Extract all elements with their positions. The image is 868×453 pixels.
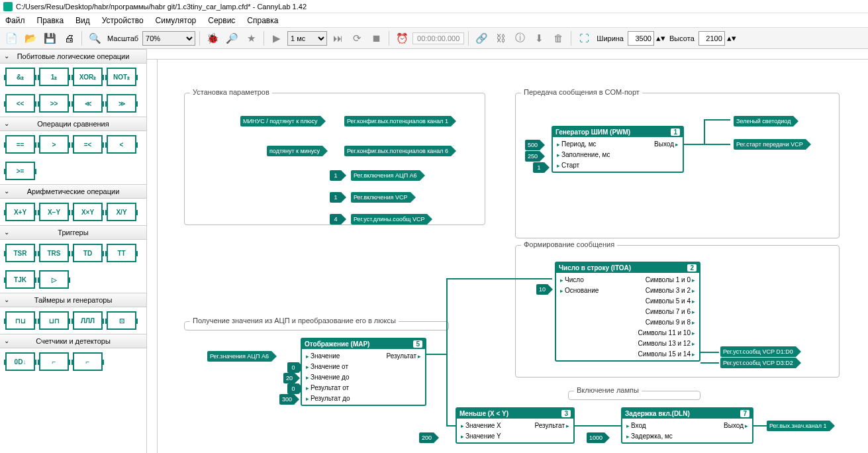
block->>[interactable]: >> xyxy=(39,94,69,113)
print-button[interactable]: 🖨 xyxy=(60,30,77,47)
menu-edit[interactable]: Правка xyxy=(37,16,64,25)
port-in[interactable]: Значение xyxy=(305,352,340,360)
block-0D↓[interactable]: 0D↓ xyxy=(5,352,35,371)
unlink-button[interactable]: ⛓ xyxy=(492,30,509,47)
input-tag[interactable]: Рег.значения АЦП А6 xyxy=(207,351,271,362)
value-tag[interactable]: 1 xyxy=(533,162,545,173)
block-X/Y[interactable]: X/Y xyxy=(107,203,136,221)
value-tag[interactable]: 0 xyxy=(287,383,299,394)
menu-service[interactable]: Сервис xyxy=(208,16,235,25)
port-in[interactable]: Результат до xyxy=(305,395,350,402)
menu-help[interactable]: Справка xyxy=(247,16,278,25)
output-tag[interactable]: Рег.вых.знач.канал 1 xyxy=(767,421,830,431)
port-in[interactable]: Вход xyxy=(625,422,646,429)
block-X×Y[interactable]: X×Y xyxy=(73,203,103,221)
port-in[interactable]: Результат от xyxy=(305,384,349,391)
download-button[interactable]: ⬇ xyxy=(530,30,548,47)
sidebar-group-header[interactable]: ⌄Побитовые логические операции xyxy=(0,49,146,64)
block-<[interactable]: < xyxy=(107,135,136,154)
sim-step-select[interactable]: 1 мс xyxy=(287,31,327,46)
reload-button[interactable]: ⟳ xyxy=(348,30,365,47)
value-tag[interactable]: 200 xyxy=(419,432,434,443)
height-spinner[interactable]: ▴▾ xyxy=(727,30,736,47)
save-button[interactable]: 💾 xyxy=(41,30,58,47)
output-tag[interactable]: Рег.уст.длины.сообщ VCP xyxy=(351,214,427,225)
height-input[interactable] xyxy=(699,31,725,46)
block-==[interactable]: == xyxy=(5,135,35,154)
block-▷[interactable]: ▷ xyxy=(39,270,69,289)
menu-file[interactable]: Файл xyxy=(5,16,25,25)
open-file-button[interactable]: 📂 xyxy=(22,30,39,47)
clock-button[interactable]: ⏰ xyxy=(393,30,410,47)
canvas[interactable]: Установка параметровПередача сообщения в… xyxy=(158,60,868,453)
block->=[interactable]: >= xyxy=(5,162,35,180)
port-out[interactable]: Результат xyxy=(535,422,571,429)
star-button[interactable]: ★ xyxy=(242,30,260,47)
output-tag[interactable]: Рег.конфиг.вых.потенциалов канал 1 xyxy=(344,116,451,126)
port-out[interactable]: Символы 5 и 4 xyxy=(646,297,697,305)
step-button[interactable]: ⏭ xyxy=(329,30,346,47)
node[interactable]: Меньше (X < Y)3Значение XРезультатЗначен… xyxy=(456,407,575,444)
block->[interactable]: > xyxy=(39,135,69,154)
block-TJK[interactable]: TJK xyxy=(5,270,35,289)
new-file-button[interactable]: 📄 xyxy=(3,30,20,47)
value-tag[interactable]: 4 xyxy=(330,214,342,225)
port-out[interactable]: Результат xyxy=(387,352,422,360)
node[interactable]: Число в строку (ITOA)2ЧислоСимволы 1 и 0… xyxy=(555,262,700,362)
output-tag[interactable]: Зеленый светодиод xyxy=(734,116,793,126)
block-⌐[interactable]: ⌐ xyxy=(39,352,69,371)
port-in[interactable]: Значение до xyxy=(305,374,350,381)
sidebar-group-header[interactable]: ⌄Таймеры и генераторы xyxy=(0,293,146,307)
port-in[interactable]: Основание xyxy=(559,287,599,294)
block-X−Y[interactable]: X−Y xyxy=(39,203,69,221)
port-in[interactable]: Значение Y xyxy=(459,432,501,440)
port-in[interactable]: Задержка, мс xyxy=(625,432,673,440)
block-⊔⊓[interactable]: ⊔⊓ xyxy=(39,311,69,330)
node[interactable]: Генератор ШИМ (PWM)1Период, мсВыходЗапол… xyxy=(552,126,684,173)
block-NOT₂[interactable]: NOT₂ xyxy=(107,68,136,86)
zoom-select[interactable]: 70% xyxy=(142,31,195,46)
fit-button[interactable]: ⛶ xyxy=(575,30,593,47)
block-ЛЛЛ[interactable]: ЛЛЛ xyxy=(73,311,103,330)
block-≫[interactable]: ≫ xyxy=(107,94,136,113)
port-out[interactable]: Символы 1 и 0 xyxy=(646,276,697,283)
block-≪[interactable]: ≪ xyxy=(73,94,103,113)
block-⊡[interactable]: ⊡ xyxy=(107,311,136,330)
value-tag[interactable]: 0 xyxy=(287,362,299,373)
output-tag[interactable]: Рег.уст.сообщ VCP D3:D2 xyxy=(720,358,796,368)
block-TD[interactable]: TD xyxy=(73,244,103,262)
sidebar-group-header[interactable]: ⌄Операции сравнения xyxy=(0,117,146,131)
width-input[interactable] xyxy=(628,31,654,46)
value-tag[interactable]: 250 xyxy=(525,151,540,162)
menu-device[interactable]: Устройство xyxy=(102,16,144,25)
stop-button[interactable]: ⏹ xyxy=(367,30,385,47)
sidebar[interactable]: ⌄Побитовые логические операции&₂1₂XOR₂NO… xyxy=(0,49,147,453)
sidebar-group-header[interactable]: ⌄Счетчики и детекторы xyxy=(0,334,146,348)
block-⌐[interactable]: ⌐ xyxy=(73,352,103,371)
value-tag[interactable]: 500 xyxy=(525,140,540,150)
menu-simulator[interactable]: Симулятор xyxy=(156,16,197,25)
node[interactable]: Отображение (MAP)5ЗначениеРезультатЗначе… xyxy=(301,338,426,406)
block-XOR₂[interactable]: XOR₂ xyxy=(73,68,103,86)
port-in[interactable]: Значение от xyxy=(305,363,348,370)
zoom-fit-button[interactable]: 🔍 xyxy=(86,30,103,47)
play-button[interactable]: ▶ xyxy=(268,30,285,47)
block-TRS[interactable]: TRS xyxy=(39,244,69,262)
sidebar-group-header[interactable]: ⌄Триггеры xyxy=(0,225,146,240)
port-in[interactable]: Число xyxy=(559,276,584,283)
block-X+Y[interactable]: X+Y xyxy=(5,203,35,221)
search-button[interactable]: 🔎 xyxy=(223,30,240,47)
block-⊓⊔[interactable]: ⊓⊔ xyxy=(5,311,35,330)
block-TT[interactable]: TT xyxy=(107,244,136,262)
port-out[interactable]: Выход xyxy=(724,422,749,429)
value-tag[interactable]: 1000 xyxy=(587,432,605,443)
block-=<[interactable]: =< xyxy=(73,135,103,154)
port-out[interactable]: Символы 9 и 8 xyxy=(646,319,697,326)
info-button[interactable]: ⓘ xyxy=(511,30,528,47)
port-in[interactable]: Заполнение, мс xyxy=(555,151,610,158)
block-&₂[interactable]: &₂ xyxy=(5,68,35,86)
block-<<[interactable]: << xyxy=(5,94,35,113)
port-out[interactable]: Выход xyxy=(654,140,680,148)
link-button[interactable]: 🔗 xyxy=(473,30,490,47)
port-out[interactable]: Символы 13 и 12 xyxy=(638,340,697,347)
